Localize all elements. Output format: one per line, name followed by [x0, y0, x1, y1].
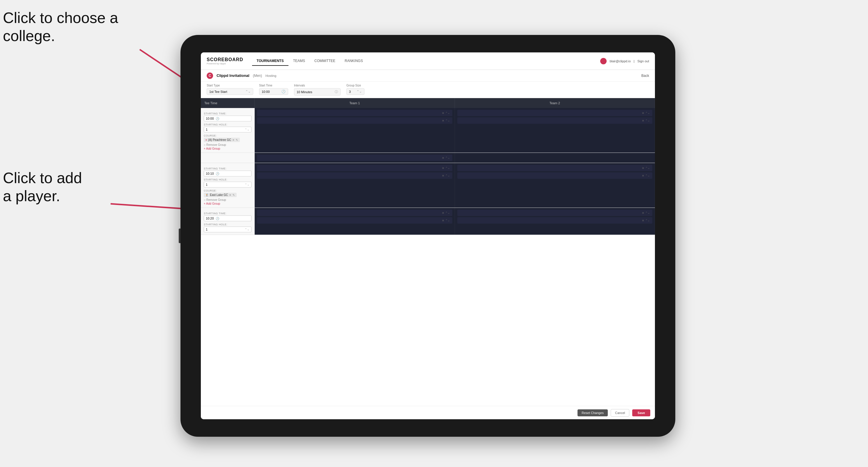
- intervals-select[interactable]: 10 Minutes ⓘ: [294, 88, 341, 95]
- starting-time-input-2[interactable]: 10:10 🕐: [204, 170, 251, 177]
- player-updown-4-2[interactable]: ⌃⌄: [645, 174, 650, 177]
- player-row-3-2[interactable]: ✕ ⌃⌄: [257, 173, 452, 179]
- starting-hole-input-2[interactable]: 1 ⌃⌄: [204, 182, 251, 187]
- course-player-1-1[interactable]: ✕ ⌃⌄: [257, 155, 452, 161]
- course-remove-1[interactable]: ✕: [232, 138, 235, 142]
- player-row-4-2[interactable]: ✕ ⌃⌄: [457, 173, 653, 179]
- start-time-clock-icon: 🕐: [281, 90, 285, 93]
- add-group-2[interactable]: + Add Group: [204, 202, 251, 205]
- player-remove-5-2[interactable]: ✕: [442, 219, 444, 222]
- course-label-1: COURSE:: [204, 134, 251, 137]
- tab-rankings[interactable]: RANKINGS: [340, 57, 368, 66]
- start-time-select[interactable]: 10:00 🕐: [259, 88, 288, 95]
- course-edit-2[interactable]: ✎: [232, 194, 235, 196]
- player-row-1-2[interactable]: ✕ ⌃⌄: [257, 117, 452, 124]
- player-remove-4-1[interactable]: ✕: [642, 166, 644, 170]
- save-button[interactable]: Save: [632, 409, 650, 416]
- course-remove-2[interactable]: ✕: [229, 194, 231, 196]
- player-remove-3-2[interactable]: ✕: [442, 174, 444, 177]
- group-size-chevron: ⌃⌄: [356, 90, 362, 93]
- player-row-1-1[interactable]: ✕ ⌃⌄: [257, 110, 452, 116]
- start-type-value: 1st Tee Start: [209, 90, 227, 93]
- player-row-6-2[interactable]: ✕ ⌃⌄: [457, 217, 653, 224]
- starting-hole-input-3[interactable]: 1 ⌃⌄: [204, 226, 251, 232]
- player-remove-2-2[interactable]: ✕: [642, 119, 644, 122]
- intervals-clock-icon: ⓘ: [335, 90, 338, 94]
- player-updown-5-2[interactable]: ⌃⌄: [445, 219, 450, 222]
- intervals-group: Intervals 10 Minutes ⓘ: [294, 84, 341, 95]
- group-left-1: STARTING TIME: 10:00 🕐 STARTING HOLE: 1 …: [201, 108, 255, 153]
- player-updown-6-2[interactable]: ⌃⌄: [645, 219, 650, 222]
- course-tag-1[interactable]: ● (A) Peachtree GC ✕ ✎: [204, 138, 240, 142]
- player-row-3-1[interactable]: ✕ ⌃⌄: [257, 165, 452, 171]
- course-tag-2[interactable]: 🏌️ East Lake GC ✕ ✎: [204, 193, 237, 197]
- starting-hole-label-2: STARTING HOLE:: [204, 178, 251, 181]
- starting-time-label-2: STARTING TIME:: [204, 167, 251, 170]
- player-remove-3-1[interactable]: ✕: [442, 166, 444, 170]
- course-dot-1: ●: [206, 138, 207, 141]
- starting-time-value-2: 10:10: [206, 172, 214, 175]
- player-row-6-1[interactable]: ✕ ⌃⌄: [457, 210, 653, 216]
- starting-time-input-1[interactable]: 10:00 🕐: [204, 116, 251, 121]
- tab-committee[interactable]: COMMITTEE: [310, 57, 340, 66]
- reset-button[interactable]: Reset Changes: [578, 409, 608, 416]
- tee-table: Tee Time Team 1 Team 2 STARTING TIME: 10…: [201, 98, 655, 406]
- player-row-2-2[interactable]: ✕ ⌃⌄: [457, 117, 653, 124]
- team2-cell-3: ✕ ⌃⌄ ✕ ⌃⌄: [455, 208, 655, 235]
- cancel-button[interactable]: Cancel: [611, 409, 629, 417]
- player-row-5-2[interactable]: ✕ ⌃⌄: [257, 217, 452, 224]
- player-remove-6-1[interactable]: ✕: [642, 211, 644, 215]
- team1-cell-2: ✕ ⌃⌄ ✕ ⌃⌄: [255, 163, 455, 208]
- group-course-team2-1: [455, 153, 655, 163]
- player-updown-4-1[interactable]: ⌃⌄: [645, 166, 650, 169]
- clippd-logo: C: [207, 72, 213, 79]
- remove-group-2[interactable]: ○ Remove Group: [204, 198, 251, 201]
- back-button[interactable]: Back: [641, 74, 649, 78]
- intervals-value: 10 Minutes: [297, 90, 312, 94]
- logo-sub: Powered by clippd: [207, 62, 243, 65]
- group-left-3: STARTING TIME: 10:20 🕐 STARTING HOLE: 1 …: [201, 208, 255, 235]
- time-clock-icon-1: 🕐: [216, 117, 219, 120]
- player-updown-5-1[interactable]: ⌃⌄: [445, 211, 450, 214]
- player-updown-1-2[interactable]: ⌃⌄: [445, 119, 450, 122]
- start-type-chevron: ⌃⌄: [245, 90, 251, 93]
- col-tee-time: Tee Time: [201, 98, 255, 108]
- sign-out-link[interactable]: Sign out: [638, 59, 649, 63]
- player-remove-1-1[interactable]: ✕: [442, 112, 444, 115]
- player-updown-6-1[interactable]: ⌃⌄: [645, 211, 650, 214]
- tab-tournaments[interactable]: TOURNAMENTS: [252, 57, 288, 66]
- header-right: blair@clippd.io | Sign out: [600, 58, 649, 64]
- starting-hole-input-1[interactable]: 1 ⌃⌄: [204, 127, 251, 132]
- course-icon-2: 🏌️: [206, 194, 209, 196]
- course-player-updown-1-1[interactable]: ⌃⌄: [445, 156, 450, 159]
- group-left-2: STARTING TIME: 10:10 🕐 STARTING HOLE: 1 …: [201, 163, 255, 208]
- tab-teams[interactable]: TEAMS: [288, 57, 310, 66]
- course-edit-1[interactable]: ✎: [236, 138, 238, 142]
- group-size-select[interactable]: 3 ⌃⌄: [346, 88, 365, 95]
- team2-cell-1: ✕ ⌃⌄ ✕ ⌃⌄: [455, 108, 655, 153]
- player-updown-2-1[interactable]: ⌃⌄: [645, 112, 650, 115]
- player-remove-4-2[interactable]: ✕: [642, 174, 644, 177]
- logo-title: SCOREBOARD: [207, 57, 243, 62]
- starting-time-input-3[interactable]: 10:20 🕐: [204, 215, 251, 221]
- annotation-player: Click to adda player.: [3, 169, 82, 205]
- start-type-select[interactable]: 1st Tee Start ⌃⌄: [207, 88, 253, 95]
- player-updown-2-2[interactable]: ⌃⌄: [645, 119, 650, 122]
- add-group-1[interactable]: + Add Group: [204, 147, 251, 150]
- course-player-remove-1-1[interactable]: ✕: [442, 156, 444, 160]
- starting-hole-value-2: 1: [206, 183, 208, 186]
- start-time-group: Start Time 10:00 🕐: [259, 84, 288, 95]
- player-updown-3-2[interactable]: ⌃⌄: [445, 174, 450, 177]
- player-remove-6-2[interactable]: ✕: [642, 219, 644, 222]
- player-remove-2-1[interactable]: ✕: [642, 112, 644, 115]
- player-row-4-1[interactable]: ✕ ⌃⌄: [457, 165, 653, 171]
- player-remove-5-1[interactable]: ✕: [442, 211, 444, 215]
- player-row-5-1[interactable]: ✕ ⌃⌄: [257, 210, 452, 216]
- player-remove-1-2[interactable]: ✕: [442, 119, 444, 122]
- player-updown-1-1[interactable]: ⌃⌄: [445, 112, 450, 115]
- player-row-2-1[interactable]: ✕ ⌃⌄: [457, 110, 653, 116]
- player-updown-3-1[interactable]: ⌃⌄: [445, 166, 450, 169]
- starting-time-label-1: STARTING TIME:: [204, 112, 251, 115]
- hole-arrows-1: ⌃⌄: [245, 128, 249, 131]
- remove-group-1[interactable]: ○ Remove Group: [204, 143, 251, 147]
